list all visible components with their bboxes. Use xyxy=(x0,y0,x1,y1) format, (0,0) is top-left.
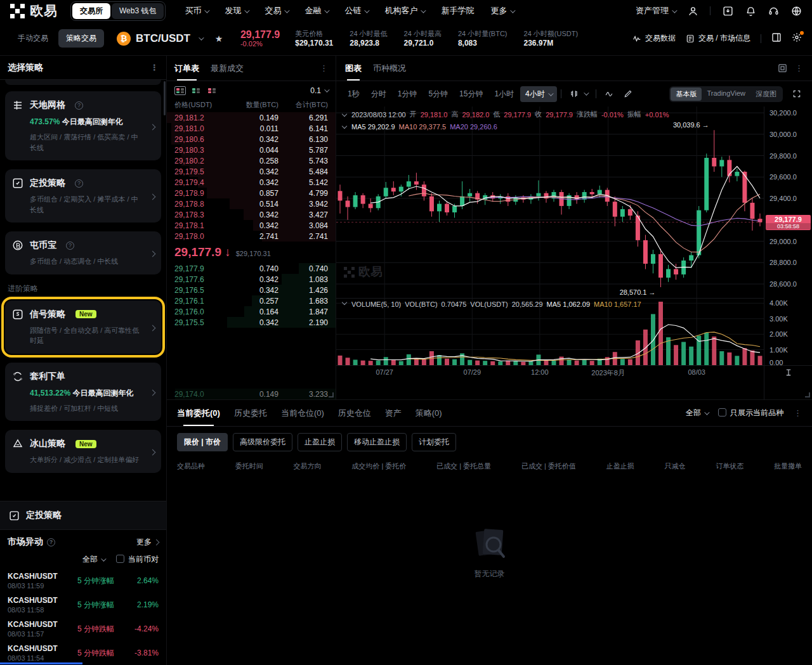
ask-row[interactable]: 29,180.60.3426.130 xyxy=(167,134,336,145)
orderbook-tab-订单表[interactable]: 订单表 xyxy=(174,56,199,81)
chip-计划委托[interactable]: 计划委托 xyxy=(412,433,456,451)
orders-tab-资产[interactable]: 资产 xyxy=(385,400,402,426)
book-mode-both-icon[interactable] xyxy=(174,86,186,95)
tab-chart[interactable]: 图表 xyxy=(345,56,362,81)
measure-tool-icon[interactable] xyxy=(784,368,792,378)
orders-filter-all[interactable]: 全部 xyxy=(686,408,708,418)
orders-tab-策略(0)[interactable]: 策略(0) xyxy=(416,400,442,426)
movers-current-pair-checkbox[interactable]: 当前币对 xyxy=(116,554,159,565)
headset-icon[interactable] xyxy=(768,5,779,16)
favorite-star-icon[interactable]: ★ xyxy=(211,31,226,46)
ask-row[interactable]: 29,178.02.7412.741 xyxy=(167,231,336,242)
okx-logo[interactable]: 欧易 xyxy=(10,2,58,20)
view-深度图[interactable]: 深度图 xyxy=(750,87,782,101)
orderbook-tab-最新成交[interactable]: 最新成交 xyxy=(211,56,244,81)
pair-selector[interactable]: ₿ BTC/USDT xyxy=(117,32,202,46)
strategy-card-套利下单[interactable]: 套利下单41,513.22% 今日最高回测年化捕捉差价 / 可加杠杆 / 中短线 xyxy=(5,363,161,422)
draw-pencil-icon[interactable] xyxy=(619,89,637,98)
mover-row[interactable]: KCASH/USDT08/03 11:595 分钟涨幅2.64% xyxy=(0,569,166,593)
nav-item-买币[interactable]: 买币 xyxy=(185,5,208,16)
tab-coin-overview[interactable]: 币种概况 xyxy=(373,56,406,81)
market-info-link[interactable]: 交易 / 市场信息 xyxy=(686,33,750,44)
timeframe-5分钟[interactable]: 5分钟 xyxy=(423,86,453,102)
view-TradingView[interactable]: TradingView xyxy=(702,87,750,101)
sidebar-menu-icon[interactable]: ⋮ xyxy=(150,63,159,72)
ask-row[interactable]: 29,179.50.3425.484 xyxy=(167,166,336,177)
timeframe-15分钟[interactable]: 15分钟 xyxy=(454,86,488,102)
settings-gear-icon[interactable] xyxy=(792,32,802,45)
orders-tab-历史仓位[interactable]: 历史仓位 xyxy=(338,400,371,426)
chart-x-axis[interactable]: 07/2707/2912:002023年8月08/03 xyxy=(336,365,764,379)
movers-filter-all[interactable]: 全部 xyxy=(82,554,105,565)
bid-row[interactable]: 29,177.90.7400.740 xyxy=(167,263,336,274)
ask-row[interactable]: 29,178.10.3423.084 xyxy=(167,220,336,231)
timeframe-4h[interactable]: 4小时 xyxy=(520,86,557,102)
orders-menu-icon[interactable]: ⋮ xyxy=(794,409,802,417)
bid-row[interactable]: 29,176.00.1641.847 xyxy=(167,306,336,317)
help-icon[interactable]: ? xyxy=(75,179,83,188)
asset-management-menu[interactable]: 资产管理 xyxy=(636,5,676,16)
chip-高级限价委托[interactable]: 高级限价委托 xyxy=(233,433,292,451)
chip-止盈止损[interactable]: 止盈止损 xyxy=(298,433,342,451)
orders-tab-当前仓位(0)[interactable]: 当前仓位(0) xyxy=(281,400,324,426)
timeframe-分时[interactable]: 分时 xyxy=(366,86,391,102)
fullscreen-icon[interactable] xyxy=(788,89,806,98)
mover-row[interactable]: KCASH/USDT08/03 11:585 分钟涨幅2.19% xyxy=(0,593,166,617)
orders-tab-历史委托[interactable]: 历史委托 xyxy=(234,400,267,426)
candlestick-chart[interactable]: 2023/08/03 12:00 开29,181.0 高29,182.0 低29… xyxy=(336,107,764,298)
help-icon[interactable]: ? xyxy=(47,538,55,546)
nav-item-新手学院[interactable]: 新手学院 xyxy=(441,5,474,16)
mode-策略交易[interactable]: 策略交易 xyxy=(58,29,104,48)
indicators-icon[interactable] xyxy=(600,89,618,98)
resize-handle[interactable] xyxy=(329,392,334,397)
orders-tab-当前委托(0)[interactable]: 当前委托(0) xyxy=(177,400,220,426)
help-icon[interactable]: ? xyxy=(66,242,74,250)
nav-item-公链[interactable]: 公链 xyxy=(344,5,368,16)
nav-item-金融[interactable]: 金融 xyxy=(304,5,328,16)
nav-item-机构客户[interactable]: 机构客户 xyxy=(384,5,424,16)
nav-item-发现[interactable]: 发现 xyxy=(225,5,248,16)
nav-item-交易[interactable]: 交易 xyxy=(265,5,288,16)
strategy-card-定投策略[interactable]: 定投策略?多币组合 / 定期买入 / 摊平成本 / 中长线 xyxy=(5,169,161,223)
ask-row[interactable]: 29,180.20.2585.743 xyxy=(167,155,336,166)
bell-icon[interactable] xyxy=(745,5,756,16)
timeframe-1小时[interactable]: 1小时 xyxy=(489,86,519,102)
horizontal-scrollbar[interactable] xyxy=(0,662,82,664)
product-tab-交易所[interactable]: 交易所 xyxy=(72,3,110,19)
bid-row[interactable]: 29,176.50.3421.426 xyxy=(167,285,336,295)
chart-y-axis[interactable]: 30,200.030,000.029,800.029,600.029,400.0… xyxy=(764,107,812,399)
layout-icon[interactable] xyxy=(771,32,782,45)
vertical-scrollbar-thumb[interactable] xyxy=(164,81,166,115)
chart-menu-icon[interactable]: ⋮ xyxy=(795,64,803,72)
resize-handle[interactable] xyxy=(805,392,810,397)
strategy-card-信号策略[interactable]: 信号策略New跟随信号 / 全自动交易 / 高可靠性低时延 xyxy=(5,300,161,354)
volume-chart[interactable]: VOLUME(5, 10) VOL(BTC)0.70475 VOL(USDT)2… xyxy=(336,298,764,365)
bid-row[interactable]: 29,175.50.3422.190 xyxy=(167,317,336,328)
ask-row[interactable]: 29,179.40.3425.142 xyxy=(167,177,336,188)
bid-row[interactable]: 29,176.10.2571.683 xyxy=(167,295,336,306)
market-movers-more-link[interactable]: 更多 xyxy=(136,537,159,548)
bid-row[interactable]: 29,177.60.3421.083 xyxy=(167,274,336,285)
globe-icon[interactable] xyxy=(790,5,802,16)
product-tab-Web3 钱包[interactable]: Web3 钱包 xyxy=(112,3,164,19)
timeframe-1分钟[interactable]: 1分钟 xyxy=(393,86,422,102)
last-price-row[interactable]: 29,177.9 ↓ $29,170.31 xyxy=(167,242,336,263)
ask-row[interactable]: 29,178.90.8574.799 xyxy=(167,188,336,198)
book-mode-asks-icon[interactable] xyxy=(206,86,218,95)
window-icon[interactable] xyxy=(778,63,787,73)
user-icon[interactable] xyxy=(687,5,698,16)
chip-移动止盈止损[interactable]: 移动止盈止损 xyxy=(347,433,407,451)
ask-row[interactable]: 29,180.30.0445.787 xyxy=(167,145,336,155)
pinned-strategy-dca[interactable]: 定投策略 xyxy=(0,501,166,529)
view-基本版[interactable]: 基本版 xyxy=(671,87,702,101)
orderbook-menu-icon[interactable]: ⋮ xyxy=(320,64,328,72)
ask-row[interactable]: 29,181.20.1496.291 xyxy=(167,112,336,123)
ask-row[interactable]: 29,178.30.3423.427 xyxy=(167,209,336,220)
precision-selector[interactable]: 0.1 xyxy=(310,86,328,95)
chart-style-icon[interactable] xyxy=(565,89,592,98)
mover-row[interactable]: KCASH/USDT08/03 11:545 分钟跌幅-3.81% xyxy=(0,641,166,665)
bid-row[interactable]: 29,174.00.1493.233 xyxy=(167,389,336,399)
book-mode-bids-icon[interactable] xyxy=(190,86,202,95)
strategy-card-天地网格[interactable]: 天地网格?473.57% 今日最高回测年化超大区间 / 震荡行情 / 低买高卖 … xyxy=(5,91,161,160)
show-current-checkbox[interactable]: 只展示当前品种 xyxy=(718,408,783,418)
